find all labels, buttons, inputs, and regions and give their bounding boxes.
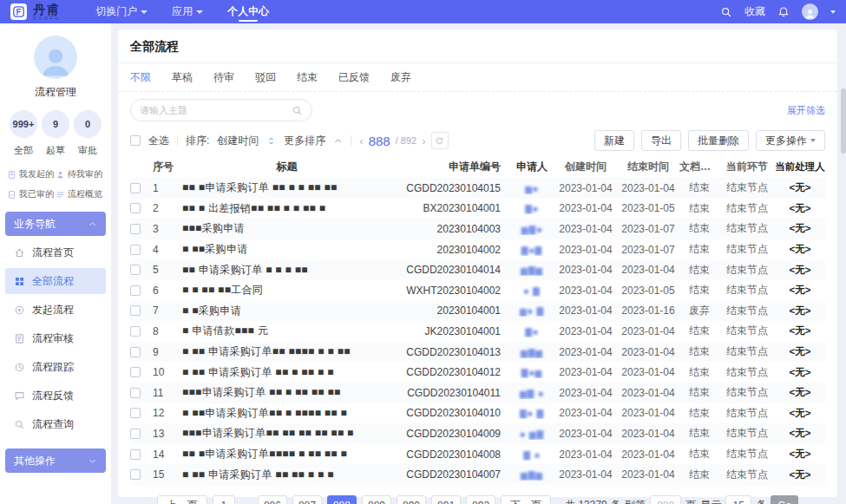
table-row[interactable]: 10 ■ ■■ 申请采购订单 ■■ ■ ■■ ■ ■ CGDD202301040…: [130, 362, 825, 383]
quick-link-我发起的[interactable]: 我发起的: [7, 168, 56, 180]
row-applicant[interactable]: ▇■: [525, 327, 539, 337]
row-applicant[interactable]: ■ ▇: [523, 286, 541, 296]
expand-filter-link[interactable]: 展开筛选: [787, 104, 825, 117]
tab-驳回[interactable]: 驳回: [255, 70, 276, 85]
page-button-886[interactable]: 886: [258, 495, 287, 504]
next-page-button[interactable]: 下一页: [501, 495, 551, 504]
top-menu-切换门户[interactable]: 切换门户: [95, 0, 148, 23]
sidebar-item-流程反馈[interactable]: 流程反馈: [5, 383, 106, 409]
page-button-888[interactable]: 888: [327, 495, 357, 504]
table-row[interactable]: 15 ■ ■■ 申请采购订单 ■■ ■■ ■ ■ ■ CGDD202301040…: [130, 464, 825, 485]
page-size-input[interactable]: [725, 495, 751, 504]
row-applicant[interactable]: ■ ▆▇: [520, 429, 544, 439]
top-menu-应用[interactable]: 应用: [172, 0, 203, 23]
row-applicant[interactable]: ▇■: [525, 204, 539, 213]
row-applicant[interactable]: ▆▇▆: [521, 348, 543, 357]
tab-不限[interactable]: 不限: [130, 70, 151, 85]
tab-结束[interactable]: 结束: [297, 70, 318, 85]
row-applicant[interactable]: ▆▇▆: [521, 470, 543, 480]
row-checkbox[interactable]: [130, 408, 141, 418]
top-menu-个人中心[interactable]: 个人中心: [227, 0, 269, 23]
row-title[interactable]: ■■■申请采购订单 ■■ ■ ■■ ■■ ■■: [182, 385, 398, 400]
table-row[interactable]: 11 ■■■申请采购订单 ■■ ■ ■■ ■■ ■■ CGDD202301040…: [130, 383, 825, 403]
row-title[interactable]: ■ ■■ 申请采购订单 ■■ ■■ ■ ■ ■: [182, 468, 398, 482]
table-row[interactable]: 5 ■■ 申请采购订单 ■ ■ ■ ■■ CGDD20230104014 ▆▇▆…: [130, 259, 825, 280]
row-applicant[interactable]: ▇■▆: [521, 368, 542, 377]
stat-起草[interactable]: 9起草: [41, 110, 70, 157]
sidebar-item-发起流程[interactable]: 发起流程: [5, 297, 106, 323]
table-row[interactable]: 2 ■■ ■ 出差报销■■ ■■ ■ ■ ■■ ■ BX20230104001 …: [130, 199, 825, 219]
row-checkbox[interactable]: [130, 388, 141, 398]
sidebar-item-流程跟踪[interactable]: 流程跟踪: [5, 354, 106, 380]
toolbar-button-更多操作[interactable]: 更多操作: [756, 130, 825, 151]
table-row[interactable]: 7 ■ ■采购申请 20230104001 ▆■ ▇ 2023-01-04 20…: [130, 301, 825, 322]
page-button-889[interactable]: 889: [362, 495, 391, 504]
row-checkbox[interactable]: [130, 245, 141, 255]
row-title[interactable]: ■ 申请借款■■■ 元: [182, 324, 398, 338]
search-icon[interactable]: [292, 105, 303, 116]
row-title[interactable]: ■ ■采购申请: [182, 304, 398, 318]
sidebar-item-流程审核[interactable]: 流程审核: [5, 325, 106, 351]
table-row[interactable]: 4 ■ ■■采购申请 20230104002 ▇■▇ 2023-01-04 20…: [130, 239, 825, 260]
row-title[interactable]: ■■ 申请采购订单 ■ ■ ■ ■■: [182, 263, 398, 278]
table-row[interactable]: 6 ■ ■ ■■ ■■工合同 WXHT20230104002 ■ ▇ 2023-…: [130, 280, 825, 301]
scrollbar-track[interactable]: [841, 23, 846, 504]
current-page[interactable]: 888: [369, 134, 390, 148]
table-row[interactable]: 12 ■ ■■申请采购订单■■ ■ ■■■■ ■■ ■ CGDD20230104…: [130, 403, 825, 424]
page-button-891[interactable]: 891: [431, 495, 461, 504]
table-row[interactable]: 14 ■■ ■申请采购订单■■■■ ■ ■■ ■■ ■ CGDD20230104…: [130, 444, 825, 465]
stat-审批[interactable]: 0审批: [73, 110, 102, 157]
profile-avatar[interactable]: [34, 36, 77, 79]
favorite-link[interactable]: 收藏: [744, 4, 765, 19]
page-button-1[interactable]: 1: [213, 495, 235, 504]
bell-icon[interactable]: [777, 6, 790, 18]
quick-link-我已审的[interactable]: 我已审的: [7, 188, 56, 200]
refresh-icon[interactable]: [431, 132, 449, 149]
toolbar-button-批量删除[interactable]: 批量删除: [688, 130, 749, 151]
prev-page-arrow[interactable]: ‹: [359, 134, 363, 147]
tab-草稿[interactable]: 草稿: [172, 70, 193, 85]
page-button-887[interactable]: 887: [292, 495, 322, 504]
row-checkbox[interactable]: [130, 449, 141, 460]
row-checkbox[interactable]: [130, 347, 141, 357]
scrollbar-thumb[interactable]: [841, 88, 846, 154]
tab-废弃[interactable]: 废弃: [390, 70, 411, 85]
row-title[interactable]: ■■■采购申请: [182, 221, 398, 236]
user-avatar[interactable]: [802, 3, 818, 20]
sort-value[interactable]: 创建时间: [217, 134, 259, 148]
quick-link-流程概览[interactable]: 流程概览: [56, 188, 104, 200]
toolbar-button-导出[interactable]: 导出: [641, 130, 681, 151]
row-applicant[interactable]: ▇■▇: [521, 245, 542, 255]
search-icon[interactable]: [720, 6, 732, 18]
table-row[interactable]: 13 ■■■申请采购订单■■ ■■ ■■ ■■ ■■ ■ CGDD2023010…: [130, 423, 825, 444]
page-button-890[interactable]: 890: [397, 495, 426, 504]
row-title[interactable]: ■ ■■ 申请采购订单 ■■ ■ ■■ ■ ■: [182, 365, 398, 380]
table-row[interactable]: 3 ■■■采购申请 20230104003 ▆▇■ 2023-01-04 202…: [130, 219, 825, 239]
row-title[interactable]: ■ ■■采购申请: [182, 242, 398, 257]
quick-link-待我审的[interactable]: 待我审的: [56, 168, 104, 180]
row-checkbox[interactable]: [130, 305, 141, 316]
section-header-业务导航[interactable]: 业务导航: [5, 212, 106, 236]
row-checkbox[interactable]: [130, 265, 141, 275]
row-applicant[interactable]: ▇ ■: [523, 450, 541, 460]
row-checkbox[interactable]: [130, 285, 141, 296]
sidebar-item-流程查询[interactable]: 流程查询: [5, 411, 106, 437]
row-applicant[interactable]: ▆■: [525, 184, 539, 193]
row-title[interactable]: ■ ■■ 申请采购订单■■ ■■■■ ■ ■ ■■: [182, 344, 398, 359]
chevron-down-icon[interactable]: [830, 10, 836, 14]
sort-arrows-icon[interactable]: [266, 136, 276, 146]
go-button[interactable]: Go: [771, 495, 798, 504]
select-all-checkbox[interactable]: [130, 135, 141, 146]
row-title[interactable]: ■■ ■ 出差报销■■ ■■ ■ ■ ■■ ■: [182, 201, 398, 216]
sidebar-item-流程首页[interactable]: 流程首页: [5, 239, 106, 265]
brand[interactable]: 丹甫 DANFU: [10, 3, 61, 21]
tab-待审[interactable]: 待审: [213, 70, 234, 85]
row-checkbox[interactable]: [130, 326, 141, 337]
page-button-892[interactable]: 892: [466, 495, 495, 504]
row-title[interactable]: ■■ ■申请采购订单 ■■ ■ ■ ■■ ■■: [182, 180, 398, 195]
goto-page-input[interactable]: [650, 495, 681, 504]
row-applicant[interactable]: ▆■ ▇: [520, 306, 544, 316]
subject-search-input[interactable]: [140, 105, 292, 115]
prev-page-button[interactable]: 上一页: [157, 495, 207, 504]
next-page-arrow[interactable]: ›: [422, 134, 425, 147]
